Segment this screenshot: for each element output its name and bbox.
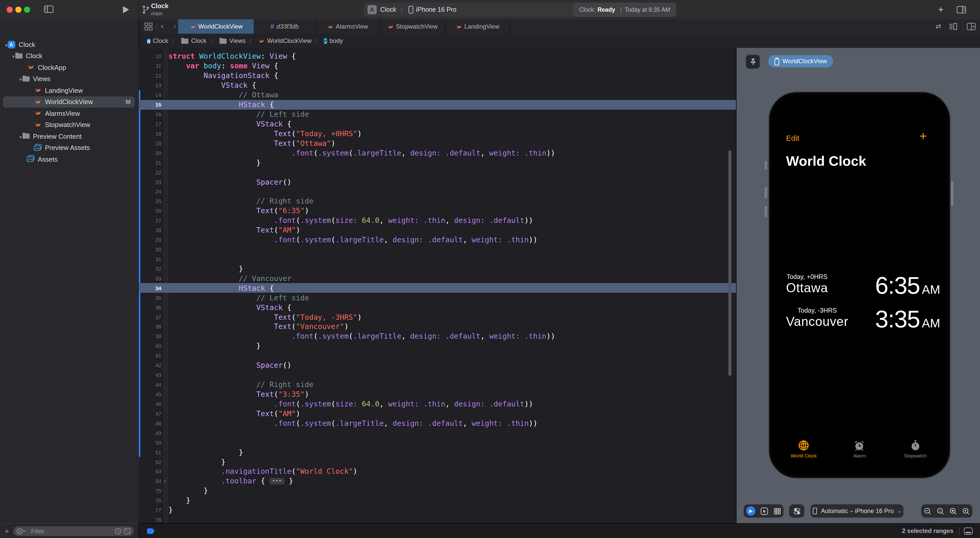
- line-number[interactable]: 28: [139, 227, 161, 233]
- sidebar-item-Clock[interactable]: ▾AClock: [0, 39, 139, 50]
- line-number[interactable]: 22: [139, 169, 161, 175]
- code-line-31[interactable]: 31: [139, 254, 736, 264]
- line-number[interactable]: 27: [139, 217, 161, 224]
- code-line-43[interactable]: 43: [139, 370, 736, 380]
- zoom-in-icon[interactable]: [962, 507, 970, 515]
- editor-tab-AlarmsView[interactable]: AlarmsView: [315, 19, 380, 34]
- device-settings-icon[interactable]: [793, 507, 800, 515]
- line-number[interactable]: 26: [139, 208, 161, 214]
- editor-tab-StopwatchView[interactable]: StopwatchView: [379, 19, 445, 34]
- line-number[interactable]: 30: [139, 246, 161, 252]
- line-number[interactable]: 37: [139, 314, 161, 320]
- editor-tab-LandingView[interactable]: LandingView: [445, 19, 510, 34]
- sidebar-item-StopwatchView[interactable]: StopwatchView: [0, 119, 139, 130]
- related-items-icon[interactable]: [145, 22, 153, 30]
- line-number[interactable]: 21: [139, 159, 161, 165]
- line-number[interactable]: 31: [139, 256, 161, 262]
- editor-tab-WorldClockView[interactable]: WorldClockView: [178, 19, 254, 34]
- sidebar-item-Clock[interactable]: ▾Clock: [0, 50, 139, 62]
- code-line-78[interactable]: 78: [139, 515, 736, 523]
- preview-tab-World-Clock[interactable]: World Clock: [776, 440, 832, 459]
- disclosure-chevron-icon[interactable]: ▾: [5, 41, 7, 48]
- line-number[interactable]: 39: [139, 333, 161, 340]
- sidebar-item-AlarmsView[interactable]: AlarmsView: [0, 108, 139, 119]
- line-number[interactable]: 32: [139, 266, 161, 272]
- line-number[interactable]: 51: [139, 449, 161, 455]
- pin-preview-button[interactable]: [746, 55, 760, 69]
- code-line-54[interactable]: 54› .toolbar { ••• }: [139, 476, 736, 486]
- code-line-39[interactable]: 39 .font(.system(.largeTitle, design: .d…: [139, 332, 736, 341]
- code-line-36[interactable]: 36 VStack {: [139, 302, 736, 312]
- line-number[interactable]: 47: [139, 411, 161, 417]
- code-line-40[interactable]: 40 }: [139, 341, 736, 351]
- line-number[interactable]: 44: [139, 381, 161, 387]
- go-forward-icon[interactable]: ›: [173, 21, 177, 30]
- code-line-77[interactable]: 77}: [139, 505, 736, 515]
- line-number[interactable]: 13: [139, 82, 161, 88]
- line-number[interactable]: 52: [139, 459, 161, 465]
- zoom-window-button[interactable]: [24, 6, 30, 13]
- code-line-25[interactable]: 25 // Right side: [139, 196, 736, 206]
- toggle-inspector-icon[interactable]: [956, 6, 966, 14]
- editor-options-icon[interactable]: [949, 22, 958, 30]
- line-number[interactable]: 17: [139, 121, 161, 127]
- code-line-15[interactable]: 15 HStack {: [139, 100, 736, 110]
- code-line-42[interactable]: 42 Spacer(): [139, 360, 736, 370]
- code-line-10[interactable]: 10struct WorldClockView: View {: [139, 51, 736, 61]
- run-button[interactable]: [123, 6, 130, 14]
- filter-field[interactable]: [13, 526, 134, 536]
- line-number[interactable]: 11: [139, 63, 161, 69]
- line-number[interactable]: 23: [139, 179, 161, 185]
- add-file-button[interactable]: +: [5, 527, 9, 535]
- code-editor[interactable]: 10struct WorldClockView: View {11 var bo…: [139, 48, 736, 523]
- breadcrumb-item-WorldClockView[interactable]: WorldClockView: [258, 37, 312, 44]
- fold-disclosure-icon[interactable]: ›: [161, 479, 169, 484]
- preview-tab-Stopwatch[interactable]: Stopwatch: [887, 440, 943, 459]
- source-control-status-icon[interactable]: [124, 528, 130, 535]
- toggle-debug-area-icon[interactable]: [964, 527, 973, 535]
- editor-scrollbar[interactable]: [729, 151, 732, 376]
- code-line-47[interactable]: 47 Text("AM"): [139, 409, 736, 418]
- code-line-13[interactable]: 13 VStack {: [139, 81, 736, 90]
- code-line-51[interactable]: 51 }: [139, 447, 736, 457]
- line-number[interactable]: 77: [139, 507, 161, 513]
- code-line-24[interactable]: 24: [139, 187, 736, 196]
- sidebar-item-Preview-Assets[interactable]: Preview Assets: [0, 142, 139, 154]
- line-number[interactable]: 29: [139, 236, 161, 243]
- line-number[interactable]: 54: [139, 478, 161, 484]
- line-number[interactable]: 50: [139, 439, 161, 446]
- line-number[interactable]: 25: [139, 198, 161, 204]
- code-line-26[interactable]: 26 Text("6:35"): [139, 206, 736, 216]
- editor-tab-d33f3db[interactable]: #d33f3db: [254, 19, 316, 34]
- line-number[interactable]: 43: [139, 372, 161, 378]
- line-number[interactable]: 19: [139, 140, 161, 146]
- line-number[interactable]: 33: [139, 275, 161, 281]
- swap-editor-icon[interactable]: ⇄: [935, 22, 941, 30]
- sidebar-item-Views[interactable]: ▾Views: [0, 73, 139, 85]
- zoom-out-icon[interactable]: [924, 507, 932, 515]
- code-line-16[interactable]: 16 // Left side: [139, 110, 736, 119]
- code-line-18[interactable]: 18 Text("Today, +0HRS"): [139, 129, 736, 138]
- line-number[interactable]: 46: [139, 401, 161, 407]
- code-line-44[interactable]: 44 // Right side: [139, 380, 736, 389]
- zoom-fit-icon[interactable]: [950, 507, 957, 515]
- line-number[interactable]: 53: [139, 468, 161, 475]
- line-number[interactable]: 38: [139, 324, 161, 330]
- close-window-button[interactable]: [6, 6, 13, 13]
- scheme-target-icon[interactable]: A: [368, 5, 377, 14]
- code-line-29[interactable]: 29 .font(.system(.largeTitle, design: .d…: [139, 235, 736, 244]
- breadcrumb-item-Clock[interactable]: AClock: [147, 37, 168, 44]
- line-number[interactable]: 16: [139, 111, 161, 117]
- code-line-41[interactable]: 41: [139, 351, 736, 360]
- sidebar-item-LandingView[interactable]: LandingView: [0, 85, 139, 96]
- disclosure-chevron-icon[interactable]: ▾: [19, 75, 22, 83]
- toggle-navigator-icon[interactable]: [44, 5, 54, 13]
- code-line-22[interactable]: 22: [139, 167, 736, 177]
- line-number[interactable]: 34: [139, 285, 161, 291]
- code-line-32[interactable]: 32 }: [139, 264, 736, 274]
- line-number[interactable]: 36: [139, 304, 161, 310]
- minimize-window-button[interactable]: [15, 6, 21, 13]
- line-number[interactable]: 41: [139, 352, 161, 359]
- code-line-28[interactable]: 28 Text("AM"): [139, 225, 736, 235]
- preview-tab-Alarm[interactable]: Alarm: [832, 440, 888, 459]
